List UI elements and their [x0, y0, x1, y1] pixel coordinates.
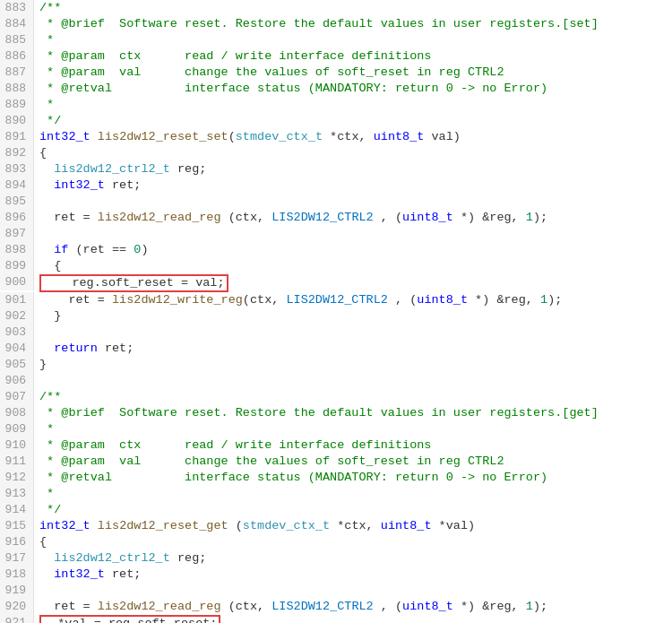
line-number: 904	[0, 341, 34, 357]
table-row: 912 * @retval interface status (MANDATOR…	[0, 470, 672, 486]
table-row: 915int32_t lis2dw12_reset_get (stmdev_ct…	[0, 518, 672, 534]
line-number: 897	[0, 226, 34, 242]
table-row: 896 ret = lis2dw12_read_reg (ctx, LIS2DW…	[0, 210, 672, 226]
table-row: 892{	[0, 145, 672, 161]
code-content: *	[39, 97, 672, 113]
table-row: 919	[0, 583, 672, 599]
code-container: 883/**884 * @brief Software reset. Resto…	[0, 0, 672, 623]
code-content: ret = lis2dw12_write_reg(ctx, LIS2DW12_C…	[39, 292, 672, 308]
table-row: 900 reg.soft_reset = val;	[0, 274, 672, 292]
table-row: 917 lis2dw12_ctrl2_t reg;	[0, 550, 672, 567]
code-content: ret = lis2dw12_read_reg (ctx, LIS2DW12_C…	[39, 210, 672, 226]
line-number: 887	[0, 65, 34, 81]
table-row: 904 return ret;	[0, 341, 672, 357]
table-row: 914 */	[0, 502, 672, 518]
table-row: 890 */	[0, 113, 672, 129]
table-row: 898 if (ret == 0)	[0, 242, 672, 258]
code-content: if (ret == 0)	[39, 242, 672, 258]
code-content: */	[39, 113, 672, 129]
line-number: 900	[0, 274, 34, 290]
table-row: 916{	[0, 534, 672, 550]
code-content: }	[39, 357, 672, 373]
line-number: 896	[0, 210, 34, 226]
table-row: 903	[0, 324, 672, 341]
line-number: 917	[0, 550, 34, 567]
line-number: 913	[0, 486, 34, 502]
line-number: 905	[0, 357, 34, 373]
table-row: 921 *val = reg.soft_reset;	[0, 615, 672, 623]
line-number: 901	[0, 292, 34, 308]
code-content: {	[39, 145, 672, 161]
code-content: int32_t ret;	[39, 177, 672, 194]
line-number: 892	[0, 145, 34, 161]
code-content: reg.soft_reset = val;	[39, 274, 672, 292]
line-number: 914	[0, 502, 34, 518]
code-content: int32_t lis2dw12_reset_get (stmdev_ctx_t…	[39, 518, 672, 534]
line-number: 906	[0, 373, 34, 389]
line-number: 891	[0, 129, 34, 145]
table-row: 910 * @param ctx read / write interface …	[0, 437, 672, 454]
line-number: 920	[0, 599, 34, 615]
table-row: 894 int32_t ret;	[0, 177, 672, 194]
table-row: 911 * @param val change the values of so…	[0, 454, 672, 470]
table-row: 888 * @retval interface status (MANDATOR…	[0, 81, 672, 97]
code-content: {	[39, 534, 672, 550]
table-row: 897	[0, 226, 672, 242]
table-row: 918 int32_t ret;	[0, 567, 672, 583]
table-row: 905}	[0, 357, 672, 373]
line-number: 912	[0, 470, 34, 486]
code-content: * @retval interface status (MANDATORY: r…	[39, 470, 672, 486]
code-content: * @param val change the values of soft_r…	[39, 454, 672, 470]
code-content: lis2dw12_ctrl2_t reg;	[39, 550, 672, 567]
line-number: 883	[0, 0, 34, 16]
code-content: *	[39, 486, 672, 502]
line-number: 893	[0, 161, 34, 177]
code-content: * @param ctx read / write interface defi…	[39, 48, 672, 65]
line-number: 910	[0, 437, 34, 454]
table-row: 887 * @param val change the values of so…	[0, 65, 672, 81]
line-number: 916	[0, 534, 34, 550]
code-content: return ret;	[39, 341, 672, 357]
table-row: 901 ret = lis2dw12_write_reg(ctx, LIS2DW…	[0, 292, 672, 308]
table-row: 899 {	[0, 258, 672, 274]
table-row: 891int32_t lis2dw12_reset_set(stmdev_ctx…	[0, 129, 672, 145]
code-content: ret = lis2dw12_read_reg (ctx, LIS2DW12_C…	[39, 599, 672, 615]
highlight-box: *val = reg.soft_reset;	[39, 615, 220, 623]
line-number: 918	[0, 567, 34, 583]
table-row: 909 *	[0, 421, 672, 437]
table-row: 889 *	[0, 97, 672, 113]
line-number: 903	[0, 324, 34, 341]
table-row: 886 * @param ctx read / write interface …	[0, 48, 672, 65]
code-content: * @param val change the values of soft_r…	[39, 65, 672, 81]
line-number: 889	[0, 97, 34, 113]
line-number: 911	[0, 454, 34, 470]
table-row: 913 *	[0, 486, 672, 502]
code-content: int32_t lis2dw12_reset_set(stmdev_ctx_t …	[39, 129, 672, 145]
code-content: int32_t ret;	[39, 567, 672, 583]
code-content: }	[39, 308, 672, 324]
line-number: 902	[0, 308, 34, 324]
code-content: {	[39, 258, 672, 274]
code-content: */	[39, 502, 672, 518]
line-number: 886	[0, 48, 34, 65]
line-number: 907	[0, 389, 34, 405]
table-row: 906	[0, 373, 672, 389]
line-number: 908	[0, 405, 34, 421]
table-row: 884 * @brief Software reset. Restore the…	[0, 16, 672, 32]
table-row: 920 ret = lis2dw12_read_reg (ctx, LIS2DW…	[0, 599, 672, 615]
code-content: /**	[39, 389, 672, 405]
line-number: 884	[0, 16, 34, 32]
table-row: 907/**	[0, 389, 672, 405]
line-number: 895	[0, 194, 34, 210]
line-number: 885	[0, 32, 34, 48]
code-content: *	[39, 32, 672, 48]
line-number: 898	[0, 242, 34, 258]
highlight-box: reg.soft_reset = val;	[39, 274, 228, 292]
line-number: 915	[0, 518, 34, 534]
table-row: 885 *	[0, 32, 672, 48]
code-content: lis2dw12_ctrl2_t reg;	[39, 161, 672, 177]
table-row: 908 * @brief Software reset. Restore the…	[0, 405, 672, 421]
table-row: 883/**	[0, 0, 672, 16]
line-number: 921	[0, 615, 34, 623]
table-row: 893 lis2dw12_ctrl2_t reg;	[0, 161, 672, 177]
